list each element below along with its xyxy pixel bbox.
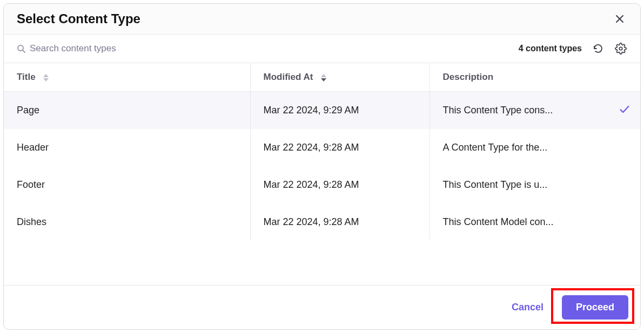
table-row[interactable]: Dishes Mar 22 2024, 9:28 AM This Content… bbox=[4, 203, 640, 241]
table-row[interactable]: Page Mar 22 2024, 9:29 AM This Content T… bbox=[4, 92, 640, 130]
gear-icon bbox=[615, 43, 627, 55]
close-icon bbox=[614, 13, 625, 24]
close-button[interactable] bbox=[612, 11, 627, 26]
column-modified-label: Modified At bbox=[264, 72, 313, 82]
content-type-count: 4 content types bbox=[519, 44, 582, 53]
toolbar: 4 content types bbox=[4, 35, 640, 63]
cancel-button[interactable]: Cancel bbox=[505, 297, 550, 317]
toolbar-right: 4 content types bbox=[519, 42, 627, 55]
column-title-label: Title bbox=[17, 72, 36, 82]
cell-title: Dishes bbox=[4, 203, 250, 241]
refresh-button[interactable] bbox=[592, 42, 605, 55]
select-content-type-modal: Select Content Type 4 content types bbox=[3, 3, 641, 330]
cell-title: Page bbox=[4, 92, 250, 130]
cell-modified: Mar 22 2024, 9:28 AM bbox=[250, 129, 430, 166]
cell-description: This Content Model con... bbox=[430, 203, 640, 241]
search-box[interactable] bbox=[17, 43, 192, 54]
proceed-button[interactable]: Proceed bbox=[562, 295, 628, 320]
cell-description-text: This Content Type cons... bbox=[443, 105, 553, 115]
selected-check-icon bbox=[619, 103, 630, 118]
column-header-description[interactable]: Description bbox=[430, 63, 640, 92]
modal-title: Select Content Type bbox=[17, 11, 140, 26]
column-header-title[interactable]: Title bbox=[4, 63, 250, 92]
search-icon bbox=[17, 44, 25, 53]
search-input[interactable] bbox=[30, 43, 192, 54]
cell-description: This Content Type is u... bbox=[430, 166, 640, 203]
sort-icon bbox=[43, 74, 49, 81]
column-header-modified[interactable]: Modified At bbox=[250, 63, 430, 92]
cell-title: Footer bbox=[4, 166, 250, 203]
cell-description: A Content Type for the... bbox=[430, 129, 640, 166]
settings-button[interactable] bbox=[614, 42, 627, 55]
cell-title: Header bbox=[4, 129, 250, 166]
cell-modified: Mar 22 2024, 9:28 AM bbox=[250, 203, 430, 241]
cell-description: This Content Type cons... bbox=[430, 92, 640, 130]
cell-modified: Mar 22 2024, 9:28 AM bbox=[250, 166, 430, 203]
refresh-icon bbox=[593, 43, 603, 54]
cell-modified: Mar 22 2024, 9:29 AM bbox=[250, 92, 430, 130]
modal-header: Select Content Type bbox=[4, 4, 640, 35]
svg-line-3 bbox=[23, 50, 25, 52]
column-description-label: Description bbox=[443, 72, 494, 82]
modal-footer: Cancel Proceed bbox=[4, 285, 640, 329]
table-row[interactable]: Header Mar 22 2024, 9:28 AM A Content Ty… bbox=[4, 129, 640, 166]
content-type-table: Title Modified At Description Pag bbox=[4, 63, 640, 241]
table-row[interactable]: Footer Mar 22 2024, 9:28 AM This Content… bbox=[4, 166, 640, 203]
svg-point-4 bbox=[619, 47, 622, 50]
sort-icon bbox=[321, 74, 326, 81]
